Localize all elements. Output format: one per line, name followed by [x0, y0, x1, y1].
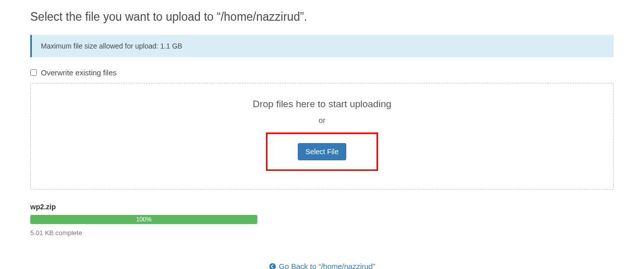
go-back-label: Go Back to “/home/nazzirud” [279, 262, 375, 269]
upload-complete-text: 5.01 KB complete [30, 229, 614, 237]
page-title: Select the file you want to upload to “/… [30, 10, 614, 24]
overwrite-label[interactable]: Overwrite existing files [41, 68, 117, 77]
overwrite-row: Overwrite existing files [30, 68, 614, 77]
max-filesize-info: Maximum file size allowed for upload: 1.… [30, 35, 614, 57]
dropzone-instruction: Drop files here to start uploading [41, 99, 603, 110]
dropzone-or: or [41, 116, 603, 124]
go-back-row: Go Back to “/home/nazzirud” [30, 262, 614, 269]
highlight-annotation: Select File [266, 132, 378, 171]
dropzone[interactable]: Drop files here to start uploading or Se… [30, 83, 614, 190]
uploaded-filename: wp2.zip [30, 203, 614, 211]
select-file-button[interactable]: Select File [298, 143, 346, 160]
overwrite-checkbox[interactable] [30, 69, 37, 76]
go-back-link[interactable]: Go Back to “/home/nazzirud” [269, 262, 375, 269]
arrow-left-circle-icon [269, 263, 276, 270]
progress-fill: 100% [30, 215, 257, 224]
progress-bar: 100% [30, 215, 257, 224]
